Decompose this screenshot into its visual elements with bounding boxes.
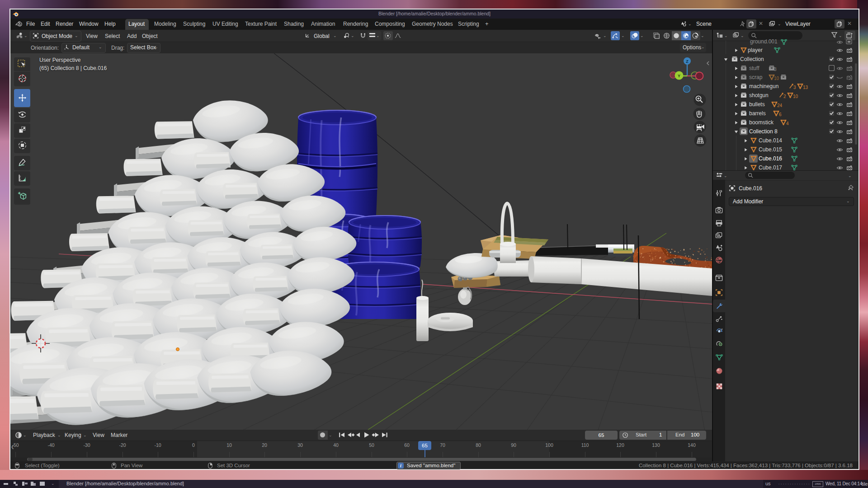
svg-text:Y: Y bbox=[678, 74, 680, 78]
svg-text:Z: Z bbox=[686, 59, 689, 64]
